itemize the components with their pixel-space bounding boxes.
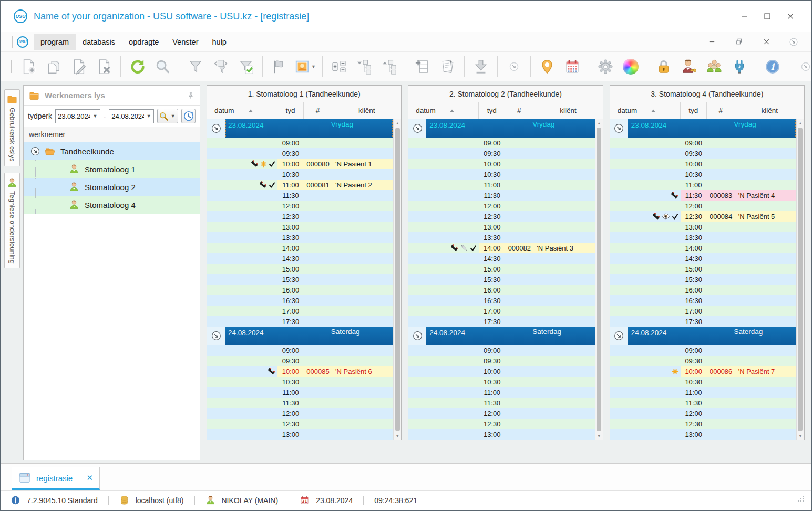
cards-button[interactable] <box>327 55 351 78</box>
time-slot-row[interactable]: 12:30 <box>207 419 393 429</box>
side-tab-Gebruikerskieslys[interactable]: Gebruikerskieslys <box>4 89 20 166</box>
time-slot-row[interactable]: 11:30 <box>207 190 393 201</box>
time-slot-row[interactable]: 13:00 <box>408 429 594 440</box>
time-slot-row[interactable]: 14:00 <box>207 243 393 253</box>
date-band[interactable]: 24.08.2024Saterdag <box>426 327 594 345</box>
time-slot-row[interactable]: 11:30 <box>207 398 393 408</box>
scroll-up-icon[interactable]: ▲ <box>799 119 803 127</box>
scroll-thumb[interactable] <box>597 128 601 431</box>
more-button[interactable] <box>502 55 526 78</box>
chevron-down-icon[interactable]: ▼ <box>90 110 100 123</box>
time-slot-row[interactable]: 16:30 <box>610 295 796 306</box>
search-button[interactable] <box>151 55 174 78</box>
time-slot-row[interactable]: 12:00 <box>610 201 796 211</box>
info-button[interactable]: i <box>761 55 784 78</box>
toolbar-grip[interactable] <box>11 36 13 48</box>
menu-item-Venster[interactable]: Venster <box>166 34 205 50</box>
refresh-button[interactable] <box>126 55 149 78</box>
col-header-number[interactable]: # <box>505 102 533 119</box>
col-header-tyd[interactable]: tyd <box>681 102 707 119</box>
time-slot-row[interactable]: 09:00 <box>610 345 796 356</box>
circle-arrow-icon[interactable] <box>412 330 423 341</box>
time-slot-row[interactable]: 11:30 <box>408 190 594 201</box>
time-slot-row[interactable]: 13:00 <box>207 429 393 440</box>
time-slot-row[interactable]: 10:30 <box>207 169 393 180</box>
time-slot-row[interactable]: 10:30 <box>408 377 594 387</box>
chevron-down-icon[interactable]: ▼ <box>169 109 177 123</box>
chevron-down-icon[interactable]: ▼ <box>144 110 153 123</box>
column-scrollbar[interactable]: ▲▼ <box>393 119 401 440</box>
add-record-button[interactable] <box>17 55 40 78</box>
time-slot-row[interactable]: 09:30 <box>408 148 594 159</box>
tree-item-Stomatoloog 4[interactable]: Stomatoloog 4 <box>24 196 200 214</box>
col-header-klient[interactable]: kliënt <box>332 102 401 119</box>
time-slot-row[interactable]: 17:00 <box>408 306 594 316</box>
time-slot-row[interactable]: 11:00 <box>610 387 796 398</box>
time-slot-row[interactable]: 15:30 <box>408 274 594 285</box>
date-band[interactable]: 23.08.2024Vrydag <box>225 119 393 138</box>
time-slot-row[interactable]: 10:00 <box>408 159 594 169</box>
side-tab-Tegniese ondersteuning[interactable]: Tegniese ondersteuning <box>4 173 20 268</box>
add-row-button[interactable] <box>411 55 434 78</box>
time-slot-row[interactable]: 12:00 <box>207 408 393 419</box>
time-slot-row[interactable]: 11:30 <box>408 398 594 408</box>
date-row[interactable]: 24.08.2024Saterdag <box>610 327 796 345</box>
time-slot-row[interactable]: 13:30 <box>408 232 594 243</box>
circle-arrow-icon[interactable] <box>211 330 222 341</box>
time-slot-row[interactable]: 09:00 <box>610 138 796 148</box>
time-slot-row[interactable]: 12:30 <box>610 419 796 429</box>
tree-item-Tandheelkunde[interactable]: Tandheelkunde <box>24 142 200 160</box>
menu-item-databasis[interactable]: databasis <box>76 34 122 50</box>
circle-arrow-icon[interactable] <box>613 123 624 134</box>
scroll-thumb[interactable] <box>798 128 803 431</box>
time-slot-row[interactable]: 11:00 <box>207 387 393 398</box>
scroll-down-icon[interactable]: ▼ <box>396 432 399 440</box>
date-to-combobox[interactable]: 24.08.2024 ▼ <box>109 109 154 123</box>
maximize-button[interactable] <box>759 10 775 23</box>
time-slot-row[interactable]: 09:00 <box>207 345 393 356</box>
time-slot-row[interactable]: 17:30 <box>610 316 796 327</box>
time-slot-row[interactable]: 13:00 <box>610 429 796 440</box>
column-scrollbar[interactable]: ▲▼ <box>595 119 603 440</box>
circle-arrow-icon[interactable] <box>30 146 40 157</box>
date-band[interactable]: 24.08.2024Saterdag <box>225 327 393 345</box>
tree-expand-button[interactable] <box>378 55 401 78</box>
appointment-row[interactable]: 12:30 000084 'N Pasiënt 5 <box>610 211 796 222</box>
appointment-row[interactable]: 10:00 000086 'N Pasiënt 7 <box>610 366 796 377</box>
tree-collapse-button[interactable] <box>353 55 376 78</box>
time-slot-row[interactable]: 10:30 <box>610 169 796 180</box>
time-slot-row[interactable]: 12:00 <box>408 408 594 419</box>
time-slot-row[interactable]: 10:30 <box>610 377 796 387</box>
time-slot-row[interactable]: 15:00 <box>610 264 796 274</box>
mdi-more-button[interactable] <box>786 36 801 48</box>
time-slot-row[interactable]: 12:30 <box>408 211 594 222</box>
time-slot-row[interactable]: 16:30 <box>207 295 393 306</box>
tree-item-Stomatoloog 1[interactable]: Stomatoloog 1 <box>24 160 200 178</box>
time-slot-row[interactable]: 15:00 <box>207 264 393 274</box>
circle-arrow-icon[interactable] <box>613 330 624 341</box>
time-slot-row[interactable]: 14:30 <box>207 253 393 264</box>
col-header-datum[interactable]: datum <box>408 102 479 119</box>
date-band[interactable]: 23.08.2024Vrydag <box>426 119 594 138</box>
minimize-button[interactable] <box>736 10 752 23</box>
col-header-number[interactable]: # <box>304 102 332 119</box>
menu-item-opdragte[interactable]: opdragte <box>122 34 166 50</box>
time-slot-row[interactable]: 09:30 <box>207 148 393 159</box>
import-button[interactable] <box>469 55 492 78</box>
map-marker-button[interactable] <box>536 55 559 78</box>
time-slot-row[interactable]: 12:00 <box>207 201 393 211</box>
time-slot-row[interactable]: 13:00 <box>207 222 393 232</box>
col-header-klient[interactable]: kliënt <box>735 102 804 119</box>
delete-record-button[interactable] <box>92 55 116 78</box>
time-slot-row[interactable]: 13:00 <box>610 222 796 232</box>
col-header-datum[interactable]: datum <box>610 102 681 119</box>
col-header-number[interactable]: # <box>707 102 735 119</box>
circle-arrow-icon[interactable] <box>412 123 423 134</box>
picture-button[interactable]: ▼ <box>293 55 317 78</box>
time-slot-row[interactable]: 17:30 <box>207 316 393 327</box>
time-slot-row[interactable]: 10:00 <box>408 366 594 377</box>
lock-button[interactable] <box>652 55 675 78</box>
time-slot-row[interactable]: 15:30 <box>207 274 393 285</box>
date-row[interactable]: 24.08.2024Saterdag <box>408 327 594 345</box>
tab-registrasie[interactable]: registrasie ✕ <box>12 467 100 490</box>
